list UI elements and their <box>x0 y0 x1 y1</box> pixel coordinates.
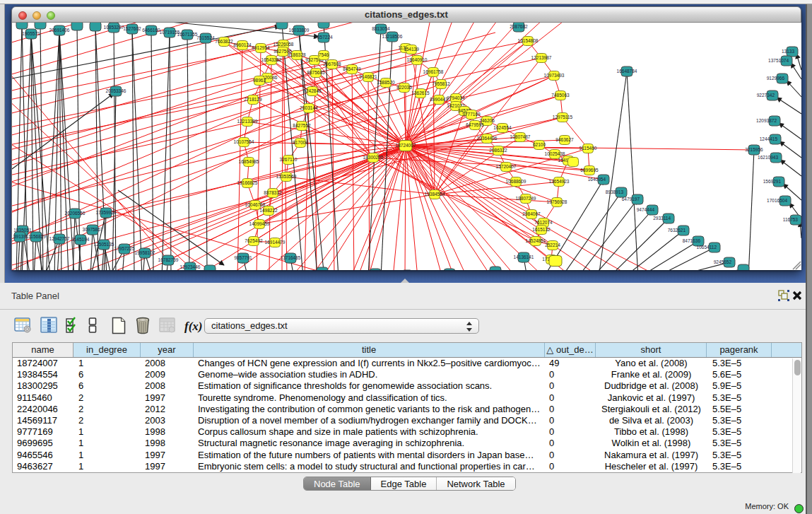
svg-text:1588520: 1588520 <box>377 80 395 85</box>
svg-text:98963: 98963 <box>253 78 266 83</box>
svg-text:16543382: 16543382 <box>261 57 282 62</box>
svg-text:7515524: 7515524 <box>196 35 215 40</box>
svg-text:2967608: 2967608 <box>323 62 341 66</box>
svg-text:8938913: 8938913 <box>606 189 624 194</box>
svg-text:8878312: 8878312 <box>264 190 282 195</box>
svg-text:1905571: 1905571 <box>22 31 40 36</box>
svg-text:17359924: 17359924 <box>96 210 117 215</box>
svg-text:1498222: 1498222 <box>259 208 278 213</box>
svg-text:10853287: 10853287 <box>104 25 124 30</box>
svg-text:12213389: 12213389 <box>237 119 258 124</box>
svg-text:8186328: 8186328 <box>288 52 306 57</box>
svg-text:10107554: 10107554 <box>234 139 254 144</box>
svg-text:20364436: 20364436 <box>477 136 498 141</box>
svg-text:62100: 62100 <box>533 142 546 147</box>
svg-text:3267110: 3267110 <box>280 157 298 162</box>
svg-text:12923446: 12923446 <box>180 264 201 269</box>
svg-text:12505135: 12505135 <box>94 242 114 247</box>
svg-text:8427552: 8427552 <box>293 123 311 128</box>
svg-text:16648784: 16648784 <box>617 69 637 74</box>
svg-text:10973493: 10973493 <box>544 73 565 78</box>
svg-text:19958107: 19958107 <box>135 250 155 255</box>
svg-text:18807249: 18807249 <box>516 196 536 201</box>
svg-text:10025438: 10025438 <box>545 151 565 156</box>
svg-text:8471636: 8471636 <box>683 238 701 243</box>
svg-text:19756928: 19756928 <box>547 199 567 204</box>
svg-text:13353569: 13353569 <box>276 174 297 179</box>
svg-text:19166825: 19166825 <box>237 180 258 185</box>
svg-text:39139: 39139 <box>13 234 26 239</box>
svg-text:16782759: 16782759 <box>158 257 179 262</box>
svg-text:6479197: 6479197 <box>622 197 640 201</box>
svg-text:12093872: 12093872 <box>756 118 777 123</box>
svg-text:1640954: 1640954 <box>588 177 606 182</box>
svg-text:9777169: 9777169 <box>462 112 481 117</box>
svg-text:7663822: 7663822 <box>215 39 233 44</box>
svg-text:18640910: 18640910 <box>407 57 428 62</box>
svg-text:9227342: 9227342 <box>757 93 775 98</box>
svg-text:7857224: 7857224 <box>314 35 333 40</box>
svg-text:14099459: 14099459 <box>249 221 270 226</box>
svg-text:154139: 154139 <box>404 47 419 52</box>
svg-text:6479595: 6479595 <box>466 122 484 127</box>
svg-text:18300295: 18300295 <box>363 155 384 160</box>
svg-text:13751074: 13751074 <box>768 58 789 63</box>
svg-text:822035: 822035 <box>396 85 412 90</box>
svg-text:20691406: 20691406 <box>49 28 70 33</box>
svg-text:7632621: 7632621 <box>668 228 686 233</box>
svg-text:14136141: 14136141 <box>514 255 534 259</box>
svg-text:15720407: 15720407 <box>496 164 517 169</box>
svg-text:8912954: 8912954 <box>252 45 270 50</box>
svg-text:1569291: 1569291 <box>763 179 782 184</box>
svg-text:16854985: 16854985 <box>239 159 259 164</box>
svg-text:13133: 13133 <box>782 49 794 54</box>
svg-text:16210943: 16210943 <box>758 155 778 160</box>
svg-text:8875685: 8875685 <box>307 70 325 75</box>
svg-text:9245652: 9245652 <box>714 259 732 264</box>
svg-text:2803144: 2803144 <box>300 105 318 110</box>
svg-text:15226058: 15226058 <box>273 42 294 47</box>
svg-text:20053346: 20053346 <box>106 88 126 93</box>
svg-text:7955812: 7955812 <box>432 81 450 86</box>
svg-text:12213987: 12213987 <box>531 55 552 60</box>
svg-text:9857791: 9857791 <box>234 255 252 260</box>
svg-text:17957225: 17957225 <box>114 246 135 251</box>
svg-text:8990443: 8990443 <box>430 97 448 102</box>
svg-text:9115460: 9115460 <box>579 146 597 151</box>
svg-text:13716485: 13716485 <box>281 255 301 260</box>
svg-text:7485063: 7485063 <box>551 93 570 98</box>
svg-text:8960124: 8960124 <box>233 42 252 47</box>
svg-text:2986322: 2986322 <box>489 148 507 153</box>
svg-text:9474444: 9474444 <box>637 207 655 212</box>
svg-text:6899695: 6899695 <box>580 168 599 173</box>
svg-text:9129966: 9129966 <box>767 76 785 81</box>
svg-text:8454749: 8454749 <box>343 66 361 71</box>
svg-text:16154808: 16154808 <box>518 38 539 43</box>
svg-text:2933114: 2933114 <box>653 216 671 221</box>
svg-text:20206556: 20206556 <box>65 211 86 216</box>
svg-text:12975115: 12975115 <box>553 115 573 119</box>
svg-text:10807487: 10807487 <box>510 134 531 139</box>
svg-text:18724007: 18724007 <box>396 143 416 148</box>
svg-text:10046768: 10046768 <box>245 202 266 207</box>
svg-text:1624554: 1624554 <box>493 125 512 130</box>
svg-text:9242848: 9242848 <box>303 88 322 93</box>
svg-text:1615132: 1615132 <box>532 227 551 232</box>
svg-text:2087682: 2087682 <box>510 24 528 29</box>
svg-text:9463627: 9463627 <box>555 137 574 142</box>
svg-text:3215956: 3215956 <box>745 147 763 152</box>
svg-text:16033809: 16033809 <box>289 28 310 33</box>
svg-text:12942757: 12942757 <box>49 236 70 241</box>
svg-text:116753: 116753 <box>783 217 799 222</box>
svg-text:30975867: 30975867 <box>83 227 103 232</box>
svg-text:7546: 7546 <box>319 52 329 57</box>
svg-text:1527602: 1527602 <box>123 26 141 31</box>
svg-text:14524851: 14524851 <box>526 238 546 243</box>
svg-text:11156829: 11156829 <box>26 234 46 239</box>
svg-text:6466160: 6466160 <box>142 28 160 33</box>
svg-text:16914479: 16914479 <box>265 240 286 245</box>
svg-text:1145194: 1145194 <box>72 237 90 242</box>
svg-text:7612074: 7612074 <box>534 220 553 225</box>
svg-text:16671355: 16671355 <box>177 32 198 37</box>
svg-text:2718129: 2718129 <box>244 97 262 102</box>
